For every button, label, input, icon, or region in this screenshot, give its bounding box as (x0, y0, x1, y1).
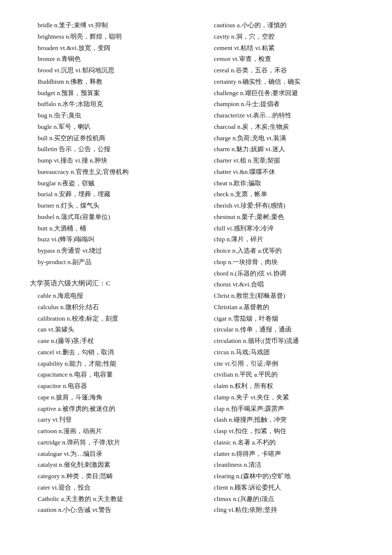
list-item: bull n.买空的证券投机商 (30, 133, 186, 144)
list-item: capacitor n.电容器 (30, 381, 186, 392)
list-item: circulation n.循环;(货币等)流通 (206, 335, 362, 347)
list-item: Buddhism n.佛教，释教 (30, 76, 186, 88)
list-item: cement vt.粘结 vi.粘紧 (206, 43, 362, 54)
list-item: clamp n.夹子 vt.夹住，夹紧 (206, 392, 362, 403)
list-item: charge n.负荷;充电 vt.装满 (206, 133, 362, 144)
list-item: censor vt.审查，检查 (206, 54, 362, 65)
list-item: burial n.安葬，埋葬，埋藏 (30, 189, 186, 200)
list-item: brightness n.明亮，辉煌，聪明 (30, 31, 186, 43)
left-column: bridle n.笼子;束缚 vt.抑制brightness n.明亮，辉煌，聪… (30, 20, 196, 516)
list-item: burner n.灯头，煤气头 (30, 200, 186, 212)
list-item: catalogue vt.为…编目录 (30, 448, 186, 460)
list-item: cape n.披肩，斗篷;海角 (30, 392, 186, 403)
list-item: chorus vt.&vi.合唱 (206, 279, 362, 290)
list-item: capacitance n.电容，电容量 (30, 369, 186, 381)
list-item: buffalo n.水牛;水陆坦克 (30, 99, 186, 110)
list-item: Catholic a.天主教的 n.天主教徒 (30, 494, 186, 505)
list-item: cite vt.引用，引证;举例 (206, 358, 362, 370)
list-item: bug n.虫子;臭虫 (30, 110, 186, 121)
list-item: bushel n.蒲式耳(容量单位) (30, 212, 186, 223)
list-item: cigar n.雪茄烟，叶卷烟 (206, 313, 362, 325)
list-item: clap n.拍手喝采声;霹雳声 (206, 403, 362, 415)
section-title: 大学英语六级大纲词汇：C (30, 277, 186, 290)
list-item: cartridge n.弹药筒，子弹;软片 (30, 437, 186, 448)
right-entries: cautious a.小心的，谨慎的cavity n.洞，穴，空腔cement … (206, 20, 362, 516)
list-item: cable n.海底电报 (30, 290, 186, 302)
list-item: clash n.碰撞声;抵触，冲突 (206, 414, 362, 426)
list-item: calculus n.微积分;结石 (30, 302, 186, 313)
list-item: chatter vi.&n.喋喋不休 (206, 166, 362, 178)
list-item: chill vi.感到寒冷;冷淬 (206, 223, 362, 234)
list-item: budget n.预算，预算案 (30, 88, 186, 99)
list-item: buzz vi.(蜂等)嗡嗡叫 (30, 234, 186, 245)
list-item: circus n.马戏;马戏团 (206, 347, 362, 358)
list-item: classic n.名著 a.不朽的 (206, 437, 362, 448)
list-item: chestnut n.栗子;栗树;栗色 (206, 212, 362, 223)
list-item: cavity n.洞，穴，空腔 (206, 31, 362, 43)
list-item: brood vt.沉思 vi.郁闷地沉思 (30, 65, 186, 76)
list-item: chord n.(乐器的)弦 vi.协调 (206, 268, 362, 279)
list-item: Christ n.救世主(耶稣基督) (206, 290, 362, 302)
list-item: chop n.一块排骨，肉块 (206, 257, 362, 268)
main-content: bridle n.笼子;束缚 vt.抑制brightness n.明亮，辉煌，聪… (30, 20, 362, 516)
list-item: characterize vt.表示…的特性 (206, 110, 362, 121)
list-item: bridle n.笼子;束缚 vt.抑制 (30, 20, 186, 31)
left-entries: bridle n.笼子;束缚 vt.抑制brightness n.明亮，辉煌，聪… (30, 20, 186, 268)
list-item: cartoon n.漫画，动画片 (30, 426, 186, 437)
list-item: capability n.能力，才能;性能 (30, 358, 186, 370)
list-item: cancel vt.删去，勾销，取消 (30, 347, 186, 358)
list-item: carry vt.刊登 (30, 414, 186, 426)
list-item: client n.顾客;诉讼委托人 (206, 482, 362, 494)
list-item: bump vt.撞击 vi.撞 n.肿块 (30, 155, 186, 166)
list-item: cherish vt.珍爱;怀有(感情) (206, 200, 362, 212)
list-item: claim n.权利，所有权 (206, 381, 362, 392)
list-item: bypass n.旁通管 vt.绕过 (30, 245, 186, 257)
list-item: climax n.(兴趣的)顶点 (206, 494, 362, 505)
list-item: civilian n.平民 a.平民的 (206, 369, 362, 381)
list-item: cling vi.粘住;依附;坚持 (206, 504, 362, 516)
list-item: captive a.被俘虏的;被迷住的 (30, 403, 186, 415)
list-item: charm n.魅力;妩媚 vi.迷人 (206, 144, 362, 155)
list-item: bronze n.青铜色 (30, 54, 186, 65)
list-item: bureaucracy n.官僚主义;官僚机构 (30, 166, 186, 178)
right-column: cautious a.小心的，谨慎的cavity n.洞，穴，空腔cement … (196, 20, 362, 516)
list-item: challenge n.艰巨任务;要求回避 (206, 88, 362, 99)
list-item: cereal n.谷类，五谷，禾谷 (206, 65, 362, 76)
list-item: clasp vt.扣住，扣紧，钩住 (206, 426, 362, 437)
list-item: Christian a.基督教的 (206, 302, 362, 313)
list-item: can vt.装罐头 (30, 324, 186, 335)
list-item: chip n.薄片，碎片 (206, 234, 362, 245)
list-item: cheat n.欺诈;骗取 (206, 178, 362, 189)
list-item: by-product n.副产品 (30, 257, 186, 268)
list-item: choice n.入选者 a.优等的 (206, 245, 362, 257)
list-item: check n.支票，帐单 (206, 189, 362, 200)
list-item: calibration n.校准;标定，刻度 (30, 313, 186, 325)
list-item: bugle n.军号，喇叭 (30, 121, 186, 133)
list-item: cleanliness n.清洁 (206, 459, 362, 471)
list-item: burglar n.夜盗，窃贼 (30, 178, 186, 189)
list-item: caution n.小心;告诫 vt.警告 (30, 504, 186, 516)
list-item: catalyst n.催化剂;刺激因素 (30, 459, 186, 471)
list-item: clatter n.得得声，卡嗒声 (206, 448, 362, 460)
list-item: charcoal n.炭，木炭;生物炭 (206, 121, 362, 133)
list-item: clearing n.(森林中的)空旷地 (206, 471, 362, 482)
list-item: champion n.斗士;提倡者 (206, 99, 362, 110)
list-item: certainty n.确实性，确信，确实 (206, 76, 362, 88)
list-item: bulletin 告示，公告，公报 (30, 144, 186, 155)
list-item: broaden vt.&vi.放宽，变阔 (30, 43, 186, 54)
list-item: cater vi.迎合，投合 (30, 482, 186, 494)
list-item: charter vt.租 n.宪章;契据 (206, 155, 362, 166)
left-entries2: cable n.海底电报calculus n.微积分;结石calibration… (30, 290, 186, 516)
list-item: cane n.(藤等)茎;手杖 (30, 335, 186, 347)
list-item: butt n.大酒桶，桶 (30, 223, 186, 234)
list-item: cautious a.小心的，谨慎的 (206, 20, 362, 31)
list-item: category n.种类，类目;范畴 (30, 471, 186, 482)
list-item: circular n.传单，通报，通函 (206, 324, 362, 335)
